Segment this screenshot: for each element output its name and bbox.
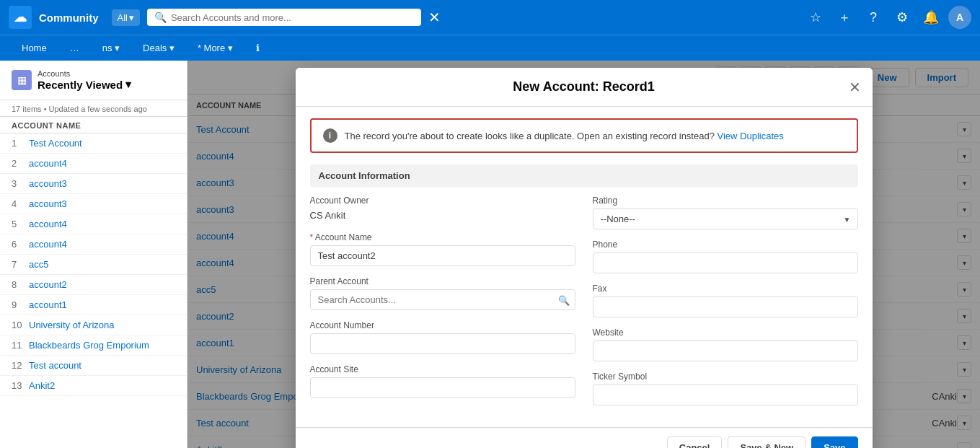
ticker-input[interactable] xyxy=(593,385,858,405)
fax-input[interactable] xyxy=(593,297,858,317)
account-number-group: Account Number xyxy=(310,320,575,354)
account-link[interactable]: account3 xyxy=(29,178,67,189)
duplicate-text: The record you're about to create looks … xyxy=(345,131,784,141)
accounts-object-icon: ▦ xyxy=(12,70,32,90)
subnav-home[interactable]: Home xyxy=(12,40,57,56)
account-owner-group: Account Owner CS Ankit xyxy=(310,196,575,222)
modal-overlay: New Account: Record1 ✕ i The record you'… xyxy=(187,61,980,448)
website-group: Website xyxy=(593,328,858,361)
save-new-button[interactable]: Save & New xyxy=(728,436,805,448)
view-duplicates-link[interactable]: View Duplicates xyxy=(718,131,784,141)
account-link[interactable]: account4 xyxy=(29,158,67,169)
modal-footer: Cancel Save & New Save xyxy=(296,427,873,448)
account-link[interactable]: account2 xyxy=(29,279,67,290)
account-name-group: Account Name xyxy=(310,232,575,266)
ticker-label: Ticker Symbol xyxy=(593,372,858,382)
modal-title: New Account: Record1 xyxy=(513,79,654,95)
row-number: 11 xyxy=(12,340,29,351)
account-link[interactable]: Test Account xyxy=(29,138,82,149)
duplicate-warning-banner: i The record you're about to create look… xyxy=(310,118,858,153)
parent-account-label: Parent Account xyxy=(310,276,575,286)
account-link[interactable]: account4 xyxy=(29,219,67,229)
row-number: 8 xyxy=(12,279,29,290)
list-item: 12 Test account xyxy=(0,356,187,376)
row-number: 6 xyxy=(12,239,29,250)
search-input[interactable] xyxy=(171,12,414,23)
rating-select[interactable]: --None-- xyxy=(593,208,858,229)
row-number: 12 xyxy=(12,360,29,371)
parent-account-group: Parent Account 🔍 xyxy=(310,276,575,310)
content-area: ⚙ ☰ ↻ ✎ 📊 ▽ New Import ACCOUNT NAME OWNE… xyxy=(187,61,980,448)
list-item: 6 account4 xyxy=(0,234,187,255)
account-link[interactable]: Blackbeards Grog Emporium xyxy=(29,340,149,351)
fax-group: Fax xyxy=(593,284,858,317)
account-link[interactable]: Ankit2 xyxy=(29,380,55,391)
account-link[interactable]: account1 xyxy=(29,299,67,310)
subnav-deals[interactable]: Deals ▾ xyxy=(133,40,185,56)
search-accounts-icon: 🔍 xyxy=(558,294,570,305)
list-item: 8 account2 xyxy=(0,275,187,295)
close-overlay-button[interactable]: ✕ xyxy=(428,9,441,26)
sidebar-items: 1 Test Account2 account43 account34 acco… xyxy=(0,133,187,448)
save-button[interactable]: Save xyxy=(811,436,857,448)
user-avatar[interactable]: A xyxy=(948,6,971,29)
modal-body: i The record you're about to create look… xyxy=(296,107,873,427)
website-input[interactable] xyxy=(593,341,858,361)
account-name-input[interactable] xyxy=(310,245,575,266)
main-layout: ▦ Accounts Recently Viewed ▾ 17 items • … xyxy=(0,61,980,448)
rating-label: Rating xyxy=(593,196,858,206)
account-link[interactable]: University of Arizona xyxy=(29,320,115,330)
search-prefix[interactable]: All ▾ xyxy=(112,9,140,26)
settings-icon[interactable]: ⚙ xyxy=(891,6,914,29)
subnav-ellipsis[interactable]: … xyxy=(60,40,89,56)
modal-header: New Account: Record1 ✕ xyxy=(296,68,873,107)
account-number-input[interactable] xyxy=(310,333,575,354)
sidebar-object-title: Accounts xyxy=(37,69,131,78)
app-name: Community xyxy=(39,12,99,24)
cancel-button[interactable]: Cancel xyxy=(667,436,723,448)
sidebar-col-header: ACCOUNT NAME xyxy=(0,117,187,133)
list-item: 5 account4 xyxy=(0,214,187,234)
list-item: 3 account3 xyxy=(0,174,187,194)
parent-account-input[interactable] xyxy=(310,289,575,310)
row-number: 4 xyxy=(12,198,29,209)
list-item: 10 University of Arizona xyxy=(0,315,187,335)
global-search-bar[interactable]: 🔍 xyxy=(147,9,421,26)
account-owner-label: Account Owner xyxy=(310,196,575,206)
row-number: 7 xyxy=(12,259,29,270)
row-number: 13 xyxy=(12,380,29,391)
notifications-icon[interactable]: 🔔 xyxy=(919,6,943,29)
help-icon[interactable]: ? xyxy=(862,6,885,29)
list-item: 1 Test Account xyxy=(0,133,187,154)
sub-nav: Home … ns ▾ Deals ▾ * More ▾ ℹ xyxy=(0,35,980,61)
account-link[interactable]: acc5 xyxy=(29,259,48,270)
salesforce-logo: ☁ xyxy=(9,6,32,29)
phone-input[interactable] xyxy=(593,252,858,273)
row-number: 1 xyxy=(12,138,29,149)
favorites-icon[interactable]: ☆ xyxy=(804,6,827,29)
list-item: 11 Blackbeards Grog Emporium xyxy=(0,335,187,356)
modal-close-button[interactable]: ✕ xyxy=(849,79,861,96)
info-icon: i xyxy=(323,128,337,143)
account-site-input[interactable] xyxy=(310,377,575,398)
list-item: 13 Ankit2 xyxy=(0,376,187,396)
parent-account-search-wrapper: 🔍 xyxy=(310,289,575,310)
row-number: 5 xyxy=(12,219,29,229)
sidebar-object-row: ▦ Accounts Recently Viewed ▾ xyxy=(12,69,175,91)
list-item: 7 acc5 xyxy=(0,255,187,275)
list-item: 4 account3 xyxy=(0,194,187,214)
account-info-section: Account Information xyxy=(310,164,858,187)
account-link[interactable]: Test account xyxy=(29,360,81,371)
subnav-ns[interactable]: ns ▾ xyxy=(92,40,130,56)
account-owner-value: CS Ankit xyxy=(310,208,575,222)
sidebar: ▦ Accounts Recently Viewed ▾ 17 items • … xyxy=(0,61,187,448)
add-icon[interactable]: ＋ xyxy=(833,6,856,29)
subnav-info[interactable]: ℹ xyxy=(246,40,270,56)
row-number: 10 xyxy=(12,320,29,330)
subnav-more[interactable]: * More ▾ xyxy=(187,40,243,56)
sidebar-view-selector[interactable]: Recently Viewed ▾ xyxy=(37,78,131,91)
account-link[interactable]: account3 xyxy=(29,198,67,209)
phone-group: Phone xyxy=(593,240,858,273)
account-link[interactable]: account4 xyxy=(29,239,67,250)
row-number: 2 xyxy=(12,158,29,169)
